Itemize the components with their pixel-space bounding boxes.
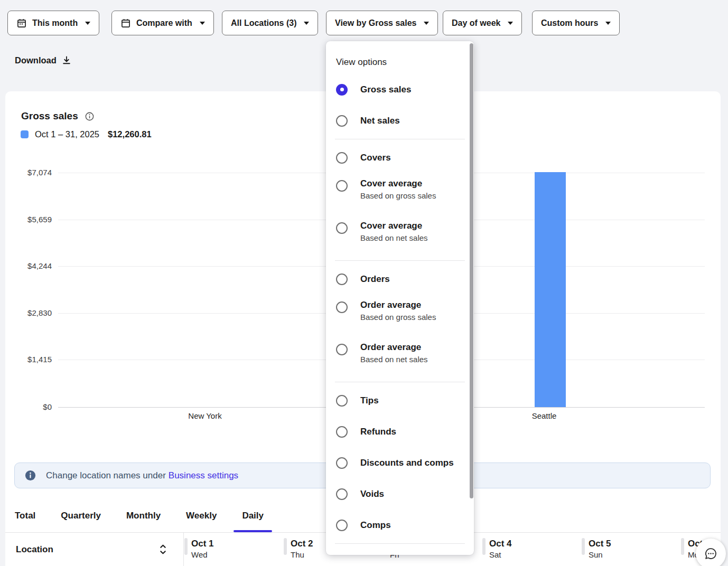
day-of-week-label: Day of week: [452, 18, 500, 28]
column-header-oct-4: Oct 4 Sat: [482, 533, 582, 566]
this-month-button[interactable]: This month: [7, 11, 99, 35]
view-option-order-average-gross[interactable]: Order average Based on gross sales: [326, 295, 474, 337]
compare-with-button[interactable]: Compare with: [111, 11, 214, 35]
y-tick-label: $2,830: [5, 308, 52, 318]
view-option-tips[interactable]: Tips: [326, 385, 474, 416]
chat-bubble-icon: [704, 546, 718, 561]
radio-icon[interactable]: [336, 180, 348, 192]
radio-icon[interactable]: [336, 426, 348, 438]
sort-icon[interactable]: [160, 543, 166, 557]
menu-divider: [335, 543, 465, 544]
menu-scrollbar[interactable]: [470, 43, 473, 498]
x-label-new-york: New York: [188, 411, 221, 420]
legend-period: Oct 1 – 31, 2025: [35, 129, 99, 139]
custom-hours-button[interactable]: Custom hours: [532, 11, 620, 35]
radio-icon[interactable]: [336, 273, 348, 285]
location-column-header: Location: [16, 544, 53, 555]
x-label-seattle: Seattle: [532, 411, 557, 420]
column-tick: [681, 538, 684, 555]
all-locations-button[interactable]: All Locations (3): [222, 11, 318, 35]
download-button[interactable]: Download: [15, 53, 72, 67]
menu-divider: [335, 139, 465, 139]
column-header-oct-5: Oct 5 Sun: [582, 533, 681, 566]
column-tick: [482, 538, 486, 555]
view-option-discounts-and-comps[interactable]: Discounts and comps: [326, 447, 474, 478]
view-option-cover-average-net[interactable]: Cover average Based on net sales: [326, 215, 474, 258]
y-tick-label: $7,074: [5, 168, 52, 177]
info-icon[interactable]: [85, 111, 95, 121]
column-tick: [284, 538, 287, 555]
view-option-order-average-net[interactable]: Order average Based on net sales: [326, 337, 474, 379]
day-of-week-button[interactable]: Day of week: [443, 11, 522, 35]
chevron-down-icon: [200, 22, 205, 25]
view-option-refunds[interactable]: Refunds: [326, 416, 474, 447]
view-option-gross-sales[interactable]: Gross sales: [326, 74, 474, 105]
y-tick-label: $1,415: [5, 355, 52, 364]
legend-total: $12,260.81: [108, 129, 152, 139]
view-by-label: View by Gross sales: [335, 18, 416, 28]
chevron-down-icon: [424, 22, 429, 25]
y-tick-label: $5,659: [5, 215, 52, 224]
view-option-orders[interactable]: Orders: [326, 263, 474, 295]
column-tick: [582, 538, 585, 555]
view-options-title: View options: [326, 57, 474, 68]
legend-swatch: [21, 130, 29, 138]
this-month-label: This month: [32, 18, 78, 28]
radio-icon[interactable]: [336, 222, 348, 234]
radio-icon[interactable]: [336, 457, 348, 469]
radio-selected-icon[interactable]: [336, 84, 348, 96]
column-divider: [183, 533, 184, 566]
chevron-down-icon: [508, 22, 513, 25]
radio-icon[interactable]: [336, 488, 348, 500]
tab-total[interactable]: Total: [6, 499, 44, 532]
menu-divider: [335, 382, 465, 382]
info-filled-icon: [24, 469, 36, 482]
view-option-comps[interactable]: Comps: [326, 510, 474, 541]
chart-title-row: Gross sales: [21, 110, 95, 122]
radio-icon[interactable]: [336, 301, 348, 313]
calendar-icon: [120, 18, 131, 29]
tab-quarterly[interactable]: Quarterly: [52, 499, 109, 532]
view-option-voids[interactable]: Voids: [326, 478, 474, 510]
bar-seattle[interactable]: [535, 172, 566, 407]
calendar-schedule-icon: [16, 18, 27, 29]
tab-daily[interactable]: Daily: [234, 499, 272, 532]
radio-icon[interactable]: [336, 152, 348, 164]
column-header-oct-1: Oct 1 Wed: [184, 533, 284, 566]
banner-text: Change location names underBusiness sett…: [46, 470, 238, 481]
tab-weekly[interactable]: Weekly: [178, 499, 225, 532]
view-option-net-sales[interactable]: Net sales: [326, 105, 474, 136]
chart-title: Gross sales: [21, 110, 78, 122]
column-tick: [184, 538, 188, 555]
business-settings-link[interactable]: Business settings: [169, 470, 238, 480]
radio-icon[interactable]: [336, 395, 348, 407]
chart-legend: Oct 1 – 31, 2025 $12,260.81: [21, 129, 152, 139]
radio-icon[interactable]: [336, 115, 348, 127]
menu-divider: [335, 260, 465, 261]
download-icon: [61, 55, 72, 65]
view-options-menu: View options Gross sales Net sales Cover…: [326, 41, 474, 555]
radio-icon[interactable]: [336, 520, 348, 531]
y-tick-label: $0: [5, 402, 52, 412]
view-by-button[interactable]: View by Gross sales: [326, 11, 438, 35]
all-locations-label: All Locations (3): [231, 18, 296, 28]
radio-icon[interactable]: [336, 344, 348, 355]
chevron-down-icon: [85, 22, 90, 25]
y-tick-label: $4,244: [5, 261, 52, 271]
download-label: Download: [15, 55, 57, 65]
view-option-cover-average-gross[interactable]: Cover average Based on gross sales: [326, 173, 474, 215]
view-option-covers[interactable]: Covers: [326, 142, 474, 173]
compare-with-label: Compare with: [136, 18, 192, 28]
tab-monthly[interactable]: Monthly: [118, 499, 169, 532]
chevron-down-icon: [605, 22, 611, 25]
chat-button[interactable]: [696, 539, 726, 566]
chevron-down-icon: [304, 22, 309, 25]
custom-hours-label: Custom hours: [541, 18, 598, 28]
